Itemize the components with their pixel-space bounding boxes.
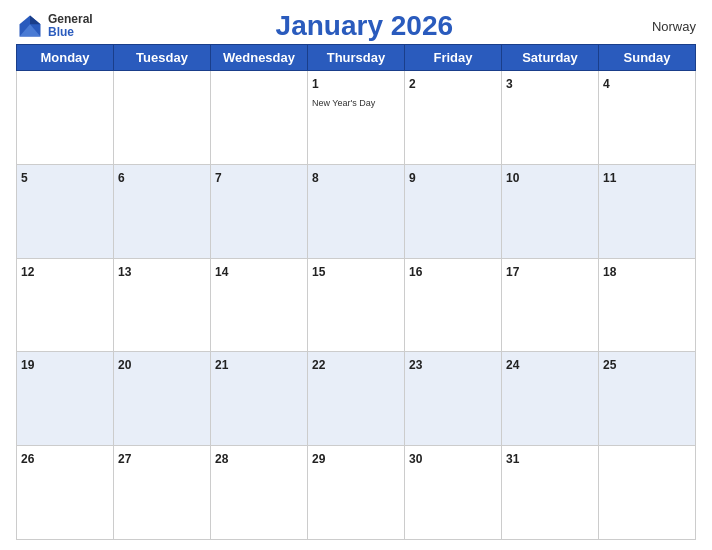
day-number: 3 (506, 77, 513, 91)
day-number: 12 (21, 265, 34, 279)
calendar-cell (114, 71, 211, 165)
weekday-header-thursday: Thursday (308, 45, 405, 71)
day-number: 5 (21, 171, 28, 185)
calendar-cell: 16 (405, 258, 502, 352)
day-number: 20 (118, 358, 131, 372)
calendar-cell (211, 71, 308, 165)
calendar-cell: 29 (308, 446, 405, 540)
calendar-cell: 2 (405, 71, 502, 165)
day-number: 24 (506, 358, 519, 372)
day-number: 11 (603, 171, 616, 185)
day-number: 7 (215, 171, 222, 185)
day-number: 23 (409, 358, 422, 372)
calendar-cell: 25 (599, 352, 696, 446)
holiday-label: New Year's Day (312, 98, 375, 108)
calendar-cell: 20 (114, 352, 211, 446)
calendar-cell: 6 (114, 164, 211, 258)
day-number: 8 (312, 171, 319, 185)
day-number: 10 (506, 171, 519, 185)
day-number: 6 (118, 171, 125, 185)
logo: General Blue (16, 12, 93, 40)
calendar-cell: 7 (211, 164, 308, 258)
weekday-header-sunday: Sunday (599, 45, 696, 71)
day-number: 30 (409, 452, 422, 466)
weekday-header-tuesday: Tuesday (114, 45, 211, 71)
day-number: 16 (409, 265, 422, 279)
week-row-2: 567891011 (17, 164, 696, 258)
calendar-cell: 24 (502, 352, 599, 446)
day-number: 29 (312, 452, 325, 466)
calendar-cell: 5 (17, 164, 114, 258)
day-number: 26 (21, 452, 34, 466)
logo-blue-text: Blue (48, 26, 93, 39)
week-row-3: 12131415161718 (17, 258, 696, 352)
weekday-header-row: MondayTuesdayWednesdayThursdayFridaySatu… (17, 45, 696, 71)
calendar-cell: 3 (502, 71, 599, 165)
logo-text: General Blue (48, 13, 93, 39)
weekday-header-friday: Friday (405, 45, 502, 71)
calendar-cell: 11 (599, 164, 696, 258)
calendar-cell: 21 (211, 352, 308, 446)
day-number: 21 (215, 358, 228, 372)
calendar-cell: 22 (308, 352, 405, 446)
week-row-1: 1New Year's Day234 (17, 71, 696, 165)
calendar-cell: 1New Year's Day (308, 71, 405, 165)
calendar-cell: 9 (405, 164, 502, 258)
country-label: Norway (636, 19, 696, 34)
week-row-4: 19202122232425 (17, 352, 696, 446)
day-number: 27 (118, 452, 131, 466)
day-number: 28 (215, 452, 228, 466)
calendar-cell: 23 (405, 352, 502, 446)
day-number: 9 (409, 171, 416, 185)
calendar-cell: 27 (114, 446, 211, 540)
calendar-cell (599, 446, 696, 540)
day-number: 19 (21, 358, 34, 372)
day-number: 14 (215, 265, 228, 279)
weekday-header-monday: Monday (17, 45, 114, 71)
day-number: 13 (118, 265, 131, 279)
weekday-header-wednesday: Wednesday (211, 45, 308, 71)
calendar-cell: 13 (114, 258, 211, 352)
calendar-cell: 18 (599, 258, 696, 352)
calendar-cell: 15 (308, 258, 405, 352)
calendar-cell: 14 (211, 258, 308, 352)
day-number: 1 (312, 77, 319, 91)
calendar-cell: 30 (405, 446, 502, 540)
day-number: 22 (312, 358, 325, 372)
calendar-cell: 8 (308, 164, 405, 258)
calendar-cell: 12 (17, 258, 114, 352)
day-number: 31 (506, 452, 519, 466)
calendar-cell: 28 (211, 446, 308, 540)
calendar-cell: 4 (599, 71, 696, 165)
day-number: 25 (603, 358, 616, 372)
calendar-cell: 10 (502, 164, 599, 258)
month-title: January 2026 (93, 10, 636, 42)
calendar-cell: 26 (17, 446, 114, 540)
calendar-cell (17, 71, 114, 165)
calendar-cell: 19 (17, 352, 114, 446)
calendar-body: 1New Year's Day2345678910111213141516171… (17, 71, 696, 540)
top-bar: General Blue January 2026 Norway (16, 10, 696, 42)
calendar-cell: 31 (502, 446, 599, 540)
day-number: 15 (312, 265, 325, 279)
calendar-table: MondayTuesdayWednesdayThursdayFridaySatu… (16, 44, 696, 540)
generalblue-logo-icon (16, 12, 44, 40)
day-number: 17 (506, 265, 519, 279)
day-number: 18 (603, 265, 616, 279)
day-number: 4 (603, 77, 610, 91)
day-number: 2 (409, 77, 416, 91)
weekday-header-saturday: Saturday (502, 45, 599, 71)
week-row-5: 262728293031 (17, 446, 696, 540)
calendar-cell: 17 (502, 258, 599, 352)
